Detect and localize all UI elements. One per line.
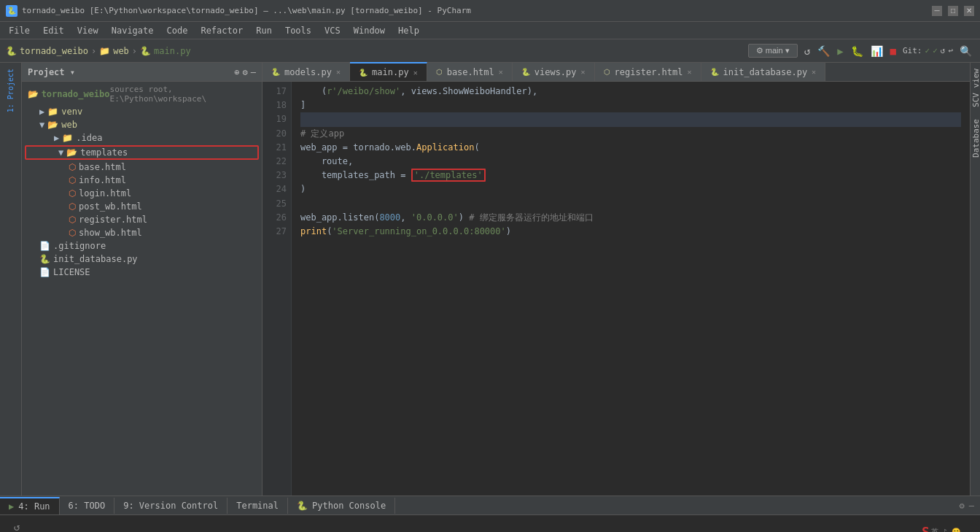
- tree-templates[interactable]: ▼ 📂 templates: [25, 145, 259, 160]
- minimize-button[interactable]: ─: [932, 6, 942, 16]
- git-checkmark1: ✓: [925, 46, 930, 55]
- code-editor[interactable]: (r'/weibo/show', views.ShowWeiboHandler)…: [292, 82, 970, 496]
- vc-tab-label: 9: Version Control: [123, 501, 218, 511]
- tree-license[interactable]: 📄 LICENSE: [22, 266, 262, 279]
- tab-init-db-close[interactable]: ✕: [812, 68, 816, 76]
- menu-run[interactable]: Run: [250, 24, 278, 37]
- tab-models-close[interactable]: ✕: [336, 68, 341, 76]
- menu-window[interactable]: Window: [348, 24, 391, 37]
- panel-collapse-icon[interactable]: —: [251, 67, 256, 77]
- menu-file[interactable]: File: [3, 24, 36, 37]
- tab-todo[interactable]: 6: TODO: [60, 498, 115, 514]
- brand-icons: 英 ♪ 😊 🎤 ⌨ 📋 👕 ▦: [931, 527, 968, 532]
- git-info: Git: ✓ ✓ ↺ ↩: [903, 46, 953, 55]
- database-tab[interactable]: Database: [971, 113, 980, 163]
- panel-add-icon[interactable]: ⊕: [234, 67, 239, 77]
- gitignore-icon: 📄: [39, 241, 50, 251]
- stop-icon[interactable]: ■: [888, 44, 898, 58]
- tree-gitignore[interactable]: 📄 .gitignore: [22, 239, 262, 252]
- toolbar: 🐍 tornado_weibo › 📁 web › 🐍 main.py ⚙ ma…: [0, 39, 980, 63]
- profile-icon[interactable]: 📊: [868, 44, 885, 58]
- git-arrow: ↺: [941, 46, 946, 55]
- tab-version-control[interactable]: 9: Version Control: [114, 498, 228, 514]
- tree-init-db[interactable]: 🐍 init_database.py: [22, 252, 262, 266]
- tab-main-close[interactable]: ✕: [413, 69, 418, 77]
- tab-run[interactable]: ▶ 4: Run: [0, 497, 60, 514]
- code-content: 17 18 19 20 21 22 23 24 25 26 27 (r'/wei…: [262, 82, 970, 496]
- tab-base-close[interactable]: ✕: [499, 68, 503, 76]
- sidebar-project-icon[interactable]: 1: Project: [4, 66, 18, 115]
- menu-refactor[interactable]: Refactor: [195, 24, 249, 37]
- tree-venv[interactable]: ▶ 📁 venv: [22, 105, 262, 118]
- maximize-button[interactable]: □: [948, 6, 958, 16]
- tree-show-html[interactable]: ⬡ show_wb.html: [22, 226, 262, 239]
- tree-register-html[interactable]: ⬡ register.html: [22, 213, 262, 226]
- tree-post-html[interactable]: ⬡ post_wb.html: [22, 200, 262, 213]
- base-html-tab-icon: ⬡: [436, 68, 443, 76]
- tree-base-html[interactable]: ⬡ base.html: [22, 161, 262, 174]
- editor-area: 🐍 models.py ✕ 🐍 main.py ✕ ⬡ base.html ✕ …: [262, 63, 970, 496]
- bottom-content: ↺ ↑ ↓ ■ ▶ 📌 ↵ 🖨 🗑 File "E:\Python\worksp…: [0, 515, 980, 532]
- folder-icon-web: 📁: [99, 46, 110, 56]
- web-label: web: [61, 120, 77, 130]
- tab-terminal[interactable]: Terminal: [228, 498, 288, 514]
- tab-main-py[interactable]: 🐍 main.py ✕: [350, 62, 427, 81]
- tree-web[interactable]: ▼ 📂 web: [22, 118, 262, 131]
- tab-init-db-py[interactable]: 🐍 init_database.py ✕: [701, 62, 826, 81]
- close-button[interactable]: ✕: [964, 6, 974, 16]
- code-line-24: ): [300, 182, 961, 196]
- git-branch-button[interactable]: ⚙ main ▾: [748, 44, 798, 58]
- tab-register-html[interactable]: ⬡ register.html ✕: [595, 62, 701, 81]
- tree-login-html[interactable]: ⬡ login.html: [22, 187, 262, 200]
- run-restart-icon[interactable]: ↺: [14, 521, 20, 532]
- terminal-tab-label: Terminal: [236, 501, 279, 511]
- info-html-label: info.html: [79, 175, 126, 185]
- run-icon[interactable]: ▶: [835, 44, 845, 58]
- close-panel-icon[interactable]: —: [969, 501, 974, 511]
- venv-icon: ▶: [39, 107, 44, 117]
- tab-register-close[interactable]: ✕: [687, 68, 691, 76]
- show-html-icon: ⬡: [69, 228, 76, 238]
- todo-tab-label: 6: TODO: [69, 501, 106, 511]
- menu-view[interactable]: View: [71, 24, 104, 37]
- project-panel-title: Project ▾: [28, 67, 75, 77]
- menu-code[interactable]: Code: [161, 24, 194, 37]
- refresh-icon[interactable]: ↺: [802, 44, 812, 58]
- tab-base-html[interactable]: ⬡ base.html ✕: [427, 62, 513, 81]
- login-html-icon: ⬡: [69, 188, 76, 198]
- code-line-18: ]: [300, 99, 961, 112]
- tree-info-html[interactable]: ⬡ info.html: [22, 174, 262, 187]
- menu-edit[interactable]: Edit: [37, 24, 70, 37]
- tree-root[interactable]: 📂 tornado_weibo sources root, E:\Python\…: [22, 83, 262, 105]
- panel-icons[interactable]: ⊕ ⚙ —: [234, 67, 256, 77]
- templates-folder-icon: 📂: [66, 147, 77, 158]
- menu-tools[interactable]: Tools: [279, 24, 317, 37]
- idea-label: .idea: [76, 133, 102, 143]
- tab-python-console[interactable]: 🐍 Python Console: [288, 498, 395, 514]
- tab-views-py[interactable]: 🐍 views.py ✕: [513, 62, 595, 81]
- tab-models-py[interactable]: 🐍 models.py ✕: [262, 62, 350, 81]
- menu-navigate[interactable]: Navigate: [106, 24, 160, 37]
- scv-view-tab[interactable]: SCV view: [971, 63, 980, 113]
- menu-help[interactable]: Help: [392, 24, 425, 37]
- init-db-tab-icon: 🐍: [710, 68, 719, 76]
- console-output: File "E:\Python\workspace\tornado_weibo\…: [28, 518, 916, 532]
- search-icon[interactable]: 🔍: [957, 44, 974, 58]
- main-py-icon: 🐍: [359, 69, 368, 77]
- debug-icon[interactable]: 🐛: [849, 44, 866, 58]
- root-label: tornado_weibo: [42, 89, 110, 99]
- tab-init-db-label: init_database.py: [723, 67, 808, 77]
- menu-vcs[interactable]: VCS: [319, 24, 346, 37]
- app-icon: 🐍: [6, 5, 18, 17]
- code-line-27: print('Server_running_on_0.0.0.0:80000'): [300, 225, 961, 239]
- tree-idea[interactable]: ▶ 📁 .idea: [22, 131, 262, 144]
- venv-folder-icon: 📁: [47, 107, 58, 117]
- title-bar-left: 🐍 tornado_weibo [E:\Python\workspace\tor…: [6, 5, 471, 17]
- settings-icon[interactable]: ⚙: [960, 501, 965, 511]
- window-controls[interactable]: ─ □ ✕: [932, 6, 974, 16]
- tab-main-py-label: main.py: [372, 67, 409, 77]
- templates-label: templates: [80, 147, 128, 158]
- tab-views-close[interactable]: ✕: [581, 68, 586, 76]
- panel-settings-icon[interactable]: ⚙: [243, 67, 248, 77]
- build-icon[interactable]: 🔨: [815, 44, 832, 58]
